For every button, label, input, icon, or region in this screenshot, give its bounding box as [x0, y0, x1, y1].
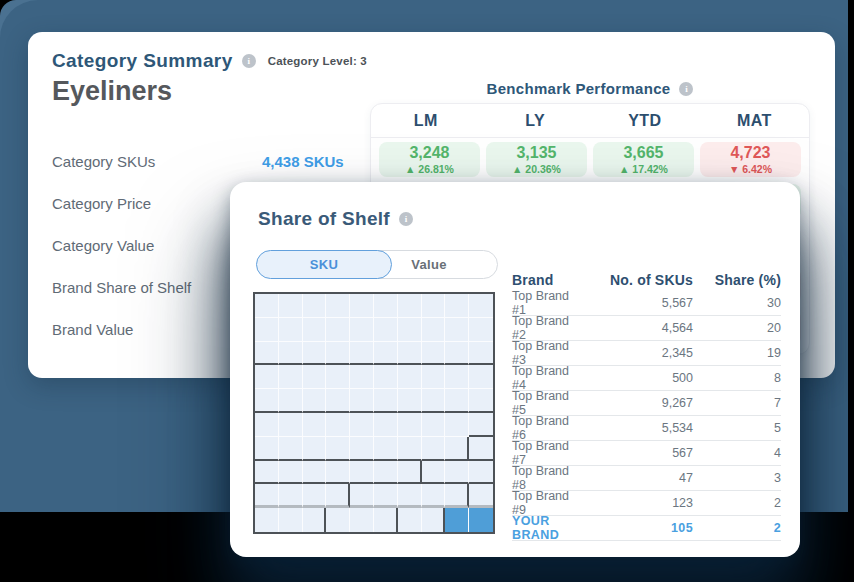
waffle-cell — [469, 365, 493, 389]
waffle-cell — [326, 484, 350, 508]
cell-share: 20 — [693, 321, 781, 335]
category-name-heading: Eyeliners — [52, 76, 172, 107]
waffle-cell — [445, 389, 469, 413]
waffle-cell — [279, 484, 303, 508]
cell-skus: 5,567 — [583, 296, 693, 310]
cell-skus: 47 — [583, 471, 693, 485]
waffle-cell — [279, 318, 303, 342]
waffle-cell — [326, 461, 350, 485]
waffle-cell — [374, 342, 398, 366]
waffle-cell — [469, 413, 493, 437]
waffle-cell — [445, 413, 469, 437]
cell-share: 8 — [693, 371, 781, 385]
waffle-cell — [422, 413, 446, 437]
waffle-cell — [374, 318, 398, 342]
waffle-cell — [279, 342, 303, 366]
waffle-cell — [279, 508, 303, 532]
cell-brand: Top Brand #9 — [512, 489, 583, 517]
share-of-shelf-waffle-chart — [253, 292, 495, 534]
waffle-cell-your-brand — [445, 508, 469, 532]
share-of-shelf-modal: Share of Shelf i SKU Value Brand No. of … — [230, 182, 800, 557]
cell-skus: 123 — [583, 496, 693, 510]
waffle-cell — [255, 508, 279, 532]
waffle-cell — [374, 484, 398, 508]
cell-skus: 500 — [583, 371, 693, 385]
waffle-cell — [350, 318, 374, 342]
cell-brand: Top Brand #3 — [512, 339, 583, 367]
cell-brand: Top Brand #4 — [512, 364, 583, 392]
waffle-cell — [350, 342, 374, 366]
waffle-cell — [326, 389, 350, 413]
waffle-cell — [469, 294, 493, 318]
benchmark-title: Benchmark Performance — [487, 80, 671, 97]
waffle-cell — [255, 294, 279, 318]
waffle-cell — [255, 318, 279, 342]
cell-brand: Top Brand #7 — [512, 439, 583, 467]
waffle-cell — [422, 437, 446, 461]
waffle-cell — [445, 365, 469, 389]
benchmark-value: 3,665 — [623, 144, 663, 162]
waffle-cell — [326, 413, 350, 437]
waffle-cell — [279, 389, 303, 413]
cell-brand: YOUR BRAND — [512, 514, 583, 542]
cell-brand: Top Brand #2 — [512, 314, 583, 342]
info-icon[interactable]: i — [242, 54, 256, 68]
waffle-cell — [422, 342, 446, 366]
benchmark-column-ly: LY — [481, 104, 591, 137]
waffle-cell — [469, 437, 493, 461]
modal-header: Share of Shelf i — [258, 208, 413, 230]
waffle-cell — [279, 294, 303, 318]
column-header-share: Share (%) — [693, 272, 781, 288]
app-background: Category Summary i Category Level: 3 Eye… — [0, 0, 854, 582]
waffle-cell — [303, 294, 327, 318]
table-row-your-brand: YOUR BRAND1052 — [512, 516, 781, 541]
column-header-skus: No. of SKUs — [583, 272, 693, 288]
benchmark-value-cell: 3,135▲ 20.36% — [486, 142, 587, 177]
waffle-cell — [398, 461, 422, 485]
waffle-cell — [374, 294, 398, 318]
cell-share: 7 — [693, 396, 781, 410]
cell-share: 30 — [693, 296, 781, 310]
waffle-cell — [350, 461, 374, 485]
category-card-header: Category Summary i Category Level: 3 — [52, 50, 367, 72]
modal-title: Share of Shelf — [258, 208, 390, 230]
waffle-cell — [255, 461, 279, 485]
waffle-cell — [469, 484, 493, 508]
metric-label: Category SKUs — [52, 153, 262, 170]
info-icon[interactable]: i — [679, 82, 693, 96]
cell-brand: Top Brand #6 — [512, 414, 583, 442]
cell-share: 19 — [693, 346, 781, 360]
tab-sku[interactable]: SKU — [256, 250, 392, 279]
waffle-cell — [255, 342, 279, 366]
waffle-cell — [255, 389, 279, 413]
table-row: Top Brand #45008 — [512, 366, 781, 391]
waffle-cell — [374, 508, 398, 532]
delta-up-arrow-label: ▲ 20.36% — [512, 163, 561, 175]
waffle-cell — [422, 484, 446, 508]
waffle-cell — [422, 365, 446, 389]
waffle-cell — [303, 342, 327, 366]
waffle-cell — [398, 484, 422, 508]
waffle-cell — [398, 437, 422, 461]
benchmark-value: 4,723 — [730, 144, 770, 162]
waffle-cell — [303, 318, 327, 342]
cell-brand: Top Brand #8 — [512, 464, 583, 492]
cell-skus: 567 — [583, 446, 693, 460]
waffle-cell — [398, 413, 422, 437]
waffle-cell — [350, 484, 374, 508]
benchmark-value: 3,135 — [516, 144, 556, 162]
waffle-cell — [326, 437, 350, 461]
waffle-cell — [374, 413, 398, 437]
sku-value-tab-group: SKU Value — [256, 250, 498, 279]
info-icon[interactable]: i — [399, 212, 413, 226]
benchmark-data-row: 3,248▲ 26.81%3,135▲ 20.36%3,665▲ 17.42%4… — [376, 142, 804, 177]
waffle-cell — [445, 318, 469, 342]
benchmark-header: Benchmark Performance i — [370, 80, 810, 97]
waffle-cell — [350, 413, 374, 437]
waffle-cell — [350, 365, 374, 389]
table-row: Top Brand #8473 — [512, 466, 781, 491]
benchmark-column-headers: LMLYYTDMAT — [371, 104, 809, 138]
cell-brand: Top Brand #1 — [512, 289, 583, 317]
delta-up-arrow-label: ▲ 17.42% — [619, 163, 668, 175]
cell-skus: 5,534 — [583, 421, 693, 435]
